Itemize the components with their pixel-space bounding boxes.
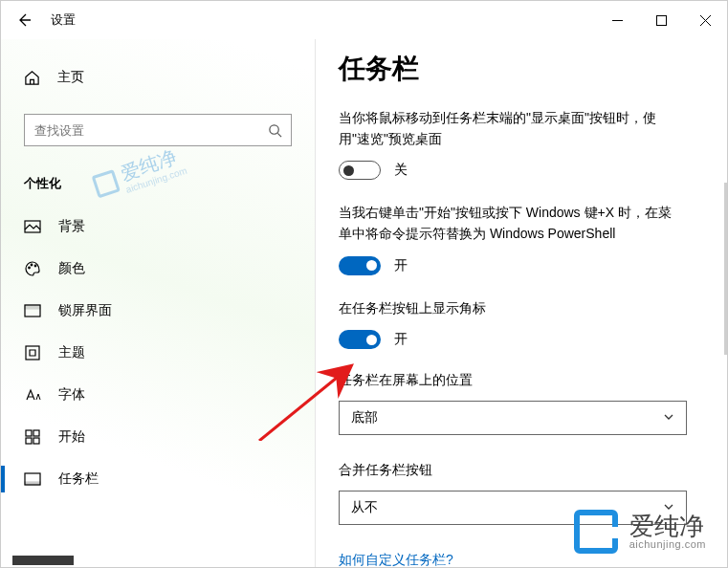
svg-point-9 <box>34 265 36 267</box>
close-icon <box>700 15 711 26</box>
minimize-button[interactable] <box>595 1 639 39</box>
toggle-powershell-state: 开 <box>394 257 408 274</box>
setting-desc-powershell: 当我右键单击"开始"按钮或按下 Windows 键+X 时，在菜单中将命令提示符… <box>339 203 683 244</box>
sidebar: 主页 个性化 背景 颜色 锁屏界面 <box>1 39 315 567</box>
search-box[interactable] <box>24 114 292 146</box>
brand-icon <box>574 510 618 554</box>
position-dropdown[interactable]: 底部 <box>339 401 687 435</box>
svg-rect-14 <box>33 430 39 436</box>
position-label: 任务栏在屏幕上的位置 <box>339 372 727 389</box>
home-label: 主页 <box>57 69 84 86</box>
sidebar-item-background[interactable]: 背景 <box>1 206 315 248</box>
fonts-icon <box>24 386 41 404</box>
palette-icon <box>24 260 41 277</box>
svg-rect-13 <box>26 430 32 436</box>
sidebar-item-label: 颜色 <box>58 260 85 277</box>
home-icon <box>24 70 40 86</box>
picture-icon <box>24 218 41 235</box>
arrow-left-icon <box>16 12 32 28</box>
combine-value: 从不 <box>351 499 378 516</box>
svg-rect-16 <box>33 438 39 444</box>
brand-en: aichunjing.com <box>629 538 706 550</box>
brand-zh: 爱纯净 <box>629 513 706 538</box>
sidebar-item-label: 背景 <box>58 218 85 235</box>
search-icon <box>258 123 291 138</box>
toggle-badges-state: 开 <box>394 331 408 348</box>
toggle-powershell[interactable] <box>339 256 381 275</box>
themes-icon <box>24 344 41 361</box>
setting-desc-peek: 当你将鼠标移动到任务栏末端的"显示桌面"按钮时，使用"速览"预览桌面 <box>339 108 683 149</box>
sidebar-item-themes[interactable]: 主题 <box>1 332 315 374</box>
brand-logo: 爱纯净 aichunjing.com <box>574 510 706 554</box>
window-controls <box>595 1 727 39</box>
taskbar-icon <box>24 470 41 488</box>
sidebar-item-label: 锁屏界面 <box>58 302 112 319</box>
settings-window: 爱纯净 aichunjing.com 设置 主页 <box>0 0 728 568</box>
sidebar-item-label: 开始 <box>58 428 85 446</box>
maximize-button[interactable] <box>639 1 683 39</box>
toggle-badges[interactable] <box>339 330 381 349</box>
page-title: 任务栏 <box>339 51 727 87</box>
sidebar-item-label: 任务栏 <box>58 470 99 488</box>
svg-rect-15 <box>26 438 32 444</box>
setting-desc-badges: 在任务栏按钮上显示角标 <box>339 298 683 319</box>
customize-link[interactable]: 如何自定义任务栏? <box>339 552 727 567</box>
chevron-down-icon <box>663 410 674 426</box>
svg-rect-1 <box>656 15 666 25</box>
lockscreen-icon <box>24 302 41 319</box>
search-input[interactable] <box>25 123 258 138</box>
svg-rect-18 <box>25 482 40 485</box>
maximize-icon <box>656 15 667 26</box>
toggle-peek-state: 关 <box>394 162 408 179</box>
start-icon <box>24 428 41 446</box>
section-label: 个性化 <box>1 146 315 206</box>
minimize-icon <box>612 15 623 26</box>
window-title: 设置 <box>51 11 76 29</box>
svg-point-7 <box>29 267 31 269</box>
preview-strip <box>12 556 74 565</box>
position-value: 底部 <box>351 409 378 426</box>
title-bar: 设置 <box>1 1 727 39</box>
svg-point-4 <box>269 124 277 133</box>
scrollbar-thumb[interactable] <box>724 183 727 355</box>
sidebar-item-label: 字体 <box>58 386 85 404</box>
sidebar-item-label: 主题 <box>58 344 85 361</box>
sidebar-item-taskbar[interactable]: 任务栏 <box>1 458 315 500</box>
sidebar-item-fonts[interactable]: 字体 <box>1 374 315 416</box>
back-button[interactable] <box>1 1 47 39</box>
svg-rect-12 <box>26 346 39 360</box>
svg-line-5 <box>277 133 281 137</box>
combine-label: 合并任务栏按钮 <box>339 462 727 479</box>
sidebar-item-lockscreen[interactable]: 锁屏界面 <box>1 290 315 332</box>
svg-rect-11 <box>25 305 40 309</box>
sidebar-item-colors[interactable]: 颜色 <box>1 248 315 290</box>
main-content: 任务栏 当你将鼠标移动到任务栏末端的"显示桌面"按钮时，使用"速览"预览桌面 关… <box>315 39 727 567</box>
home-nav[interactable]: 主页 <box>1 58 315 97</box>
toggle-peek[interactable] <box>339 161 381 180</box>
svg-point-8 <box>31 264 33 266</box>
close-button[interactable] <box>683 1 727 39</box>
sidebar-item-start[interactable]: 开始 <box>1 416 315 458</box>
